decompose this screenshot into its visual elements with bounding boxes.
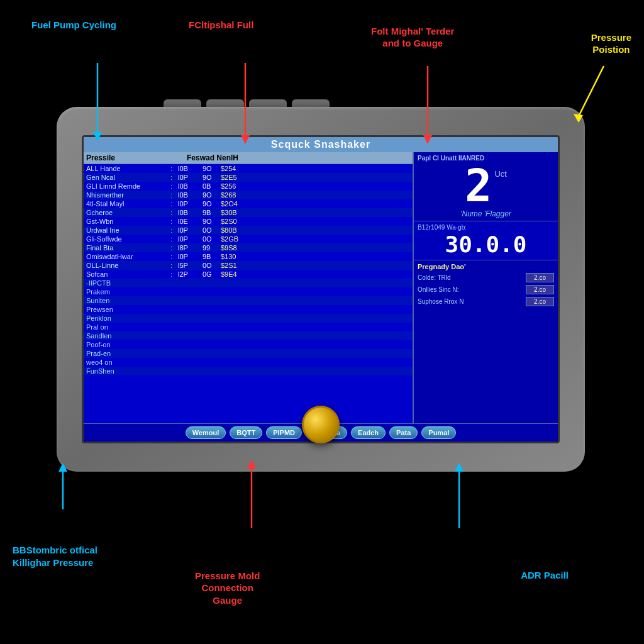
row-val2: 9O [203, 165, 218, 172]
field-value[interactable]: 2.co [526, 273, 554, 282]
field-value[interactable]: 2.co [526, 297, 554, 306]
row-val3: $2S0 [221, 218, 246, 225]
screen-body: Pressile Feswad NenlH ALL Hande : l0B 9O… [84, 152, 558, 423]
row-name: Gst-Wbn [86, 218, 168, 225]
row-name: GLI Linnd Remde [86, 182, 168, 190]
table-row: Prewsen [84, 305, 413, 314]
row-val3: $2S1 [221, 262, 246, 269]
control-knob[interactable] [302, 406, 340, 443]
field-label: Onllies Sinc N: [418, 286, 523, 293]
row-val1: l0P [178, 235, 200, 243]
row-val1: l0P [178, 200, 200, 208]
svg-line-6 [579, 66, 604, 116]
row-plain-name: Poof-on [86, 341, 111, 348]
table-row: OmiswdatHwar : l0P 9B $130 [84, 252, 413, 261]
row-val2: 0O [203, 235, 218, 243]
row-val3: $30B [221, 209, 246, 216]
btn-pipmd[interactable]: PIPMD [266, 426, 302, 439]
pregnady-title: Pregnady Dao' [418, 263, 554, 270]
row-val1: l0E [178, 218, 200, 225]
right-bottom-section: Pregnady Dao' Colde: TRld 2.co Onllies S… [414, 260, 558, 423]
table-row: OLL-Linne : l5P 0O $2S1 [84, 261, 413, 270]
device-body: Scquck Snashaker Pressile Feswad NenlH A… [57, 107, 585, 472]
annotation-fci: FCltipshal Full [189, 19, 253, 31]
row-sep: : [170, 253, 175, 260]
screen: Scquck Snashaker Pressile Feswad NenlH A… [82, 135, 560, 443]
row-val3: $80B [221, 226, 246, 234]
row-plain-name: FunShen [86, 367, 114, 375]
row-val1: l0P [178, 226, 200, 234]
annotation-bbs: BBStombric otfical Killighar Pressure [13, 532, 97, 569]
row-val2: 9O [203, 218, 218, 225]
table-row: ALL Hande : l0B 9O $254 [84, 164, 413, 173]
num-flagger: 'Nume 'Flagger [418, 209, 554, 218]
row-plain-name: Penklon [86, 314, 111, 322]
btn-bqtt[interactable]: BQTT [230, 426, 262, 439]
row-val2: 0B [203, 182, 218, 190]
table-row: Suniten [84, 296, 413, 305]
fields-container: Colde: TRld 2.co Onllies Sinc N: 2.co Su… [418, 273, 554, 306]
col-header-data: Feswad NenlH [187, 153, 410, 162]
row-val1: l0B [178, 182, 200, 190]
annotation-pressure-pos: Pressure Poistion [591, 19, 631, 56]
row-sep: : [170, 262, 175, 269]
uct-label: Uct [494, 169, 507, 179]
big-number-display: 2 [465, 163, 492, 208]
big-number-2-display: 30.0.0 [418, 231, 554, 257]
table-row: 4tl-Stal Mayl : l0P 9O $2O4 [84, 199, 413, 208]
table-row: Gli-Soffwde : l0P 0O $2GB [84, 235, 413, 243]
row-plain-name: -IIPCTB [86, 279, 111, 287]
row-name: Urdwal Ine [86, 226, 168, 234]
table-row: Pral on [84, 323, 413, 331]
left-panel: Pressile Feswad NenlH ALL Hande : l0B 9O… [84, 152, 413, 423]
row-val2: 9B [203, 209, 218, 216]
row-sep: : [170, 209, 175, 216]
table-row: Gst-Wbn : l0E 9O $2S0 [84, 217, 413, 226]
row-val3: $9S8 [221, 244, 246, 252]
row-sep: : [170, 244, 175, 252]
row-plain-name: Prewsen [86, 306, 113, 313]
table-row: Prad-en [84, 349, 413, 358]
row-val2: 0O [203, 262, 218, 269]
table-row: Nhismerther : l0B 9O $268 [84, 191, 413, 199]
row-name: Final Bta [86, 244, 168, 252]
table-body: ALL Hande : l0B 9O $254 Gen Ncal : l0P 9… [84, 164, 413, 423]
row-val2: 9O [203, 174, 218, 181]
table-row: Poof-on [84, 340, 413, 349]
row-plain-name: Sandlen [86, 332, 111, 340]
row-val1: l0B [178, 165, 200, 172]
field-value[interactable]: 2.co [526, 285, 554, 294]
row-val3: $254 [221, 165, 246, 172]
table-row: Final Bta : l8P 99 $9S8 [84, 243, 413, 252]
btn-pumal[interactable]: Pumal [421, 426, 456, 439]
screen-title: Scquck Snashaker [84, 137, 558, 152]
table-row: -IIPCTB [84, 279, 413, 287]
row-name: ALL Hande [86, 165, 168, 172]
row-plain-name: Prakem [86, 288, 110, 296]
row-val3: $130 [221, 253, 246, 260]
row-val3: $2GB [221, 235, 246, 243]
field-row: Colde: TRld 2.co [418, 273, 554, 282]
row-sep: : [170, 200, 175, 208]
field-label: Suphose Rrox N [418, 298, 523, 305]
row-name: Sofcan [86, 270, 168, 278]
row-sep: : [170, 226, 175, 234]
row-val1: l8P [178, 244, 200, 252]
row-val1: l5P [178, 262, 200, 269]
row-sep: : [170, 182, 175, 190]
row-name: Nhismerther [86, 191, 168, 199]
row-sep: : [170, 191, 175, 199]
row-val1: l0B [178, 209, 200, 216]
row-sep: : [170, 218, 175, 225]
row-name: Gcheroe [86, 209, 168, 216]
btn-eadch[interactable]: Eadch [351, 426, 386, 439]
row-val3: $2E5 [221, 174, 246, 181]
row-val2: 9O [203, 191, 218, 199]
row-name: Gli-Soffwde [86, 235, 168, 243]
row-plain-name: weo4 on [86, 358, 113, 366]
btn-pata[interactable]: Pata [389, 426, 418, 439]
btn-wemoul[interactable]: Wemoul [186, 426, 226, 439]
row-val1: l0P [178, 253, 200, 260]
row-val1: l0B [178, 191, 200, 199]
right-top-section: Papl Cl Unatt IIANRED 2 Uct 'Nume 'Flagg… [414, 152, 558, 221]
